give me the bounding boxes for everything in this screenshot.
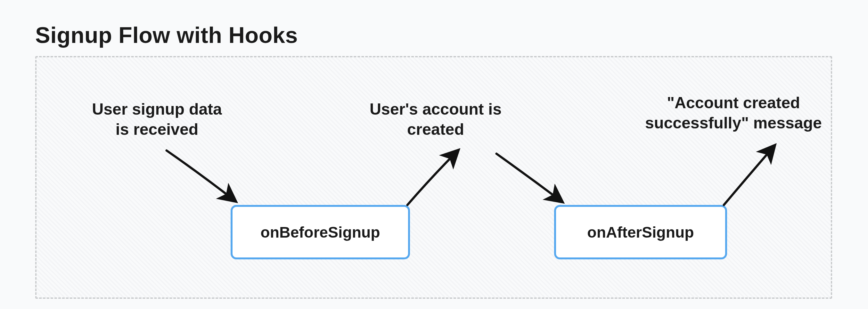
diagram-root: Signup Flow with Hooks User signup data … xyxy=(0,0,868,309)
node-onAfterSignup: onAfterSignup xyxy=(554,205,727,259)
label-input: User signup data is received xyxy=(61,99,253,139)
node-onAfterSignup-label: onAfterSignup xyxy=(587,223,694,241)
diagram-panel xyxy=(35,56,832,299)
label-output: "Account created successfully" message xyxy=(621,93,845,133)
node-onBeforeSignup: onBeforeSignup xyxy=(230,205,410,259)
node-onBeforeSignup-label: onBeforeSignup xyxy=(260,223,380,241)
label-middle: User's account is created xyxy=(340,99,532,139)
diagram-title: Signup Flow with Hooks xyxy=(35,23,298,48)
